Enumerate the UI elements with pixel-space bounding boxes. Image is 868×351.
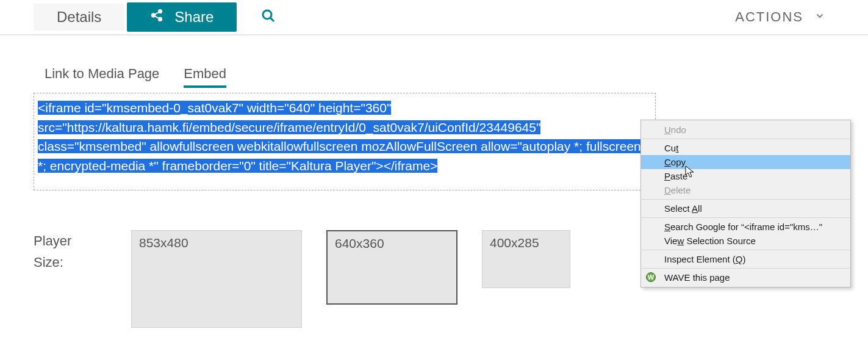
tab-details[interactable]: Details [34, 4, 124, 31]
player-size-option-400x285[interactable]: 400x285 [482, 230, 570, 288]
context-menu-select-all[interactable]: Select All [641, 201, 850, 215]
context-menu: Undo Cut Copy Paste Delete Select All Se… [640, 120, 851, 288]
svg-line-3 [155, 12, 159, 15]
share-button[interactable]: Share [127, 2, 237, 32]
context-menu-delete: Delete [641, 183, 850, 197]
context-menu-separator [642, 268, 850, 269]
player-size-label: Player Size: [34, 230, 131, 273]
actions-label: ACTIONS [735, 9, 803, 25]
svg-point-2 [159, 18, 162, 21]
context-menu-cut[interactable]: Cut [641, 141, 850, 155]
share-subtabs: Link to Media Page Embed [45, 66, 834, 88]
share-icon [150, 9, 163, 26]
svg-point-1 [152, 13, 156, 17]
context-menu-separator [642, 217, 850, 218]
context-menu-separator [642, 199, 850, 200]
context-menu-separator [642, 250, 850, 250]
context-menu-separator [642, 139, 850, 139]
context-menu-undo: Undo [641, 123, 850, 137]
top-bar: Details Share ACTIONS [0, 0, 868, 35]
wave-icon: W [646, 272, 656, 282]
svg-point-0 [159, 10, 162, 13]
embed-code-textarea[interactable]: <iframe id="kmsembed-0_sat0vak7" width="… [34, 93, 656, 190]
svg-point-5 [263, 10, 271, 19]
svg-line-6 [270, 18, 274, 21]
context-menu-wave[interactable]: W WAVE this page [641, 270, 850, 284]
context-menu-inspect-element[interactable]: Inspect Element (Q) [641, 252, 850, 266]
player-size-option-853x480[interactable]: 853x480 [131, 230, 302, 328]
context-menu-search-google[interactable]: Search Google for “<iframe id="kms…" [641, 220, 850, 234]
context-menu-paste[interactable]: Paste [641, 169, 850, 183]
actions-dropdown[interactable]: ACTIONS [735, 9, 834, 25]
context-menu-copy[interactable]: Copy [641, 155, 850, 169]
subtab-embed[interactable]: Embed [184, 66, 226, 88]
search-icon[interactable] [261, 9, 276, 26]
player-size-option-640x360[interactable]: 640x360 [326, 230, 457, 305]
subtab-link-to-media[interactable]: Link to Media Page [45, 66, 159, 88]
context-menu-view-selection-source[interactable]: View Selection Source [641, 234, 850, 248]
svg-line-4 [155, 16, 159, 18]
chevron-down-icon [814, 9, 825, 25]
share-label: Share [174, 9, 213, 26]
embed-code-text: <iframe id="kmsembed-0_sat0vak7" width="… [38, 101, 641, 173]
